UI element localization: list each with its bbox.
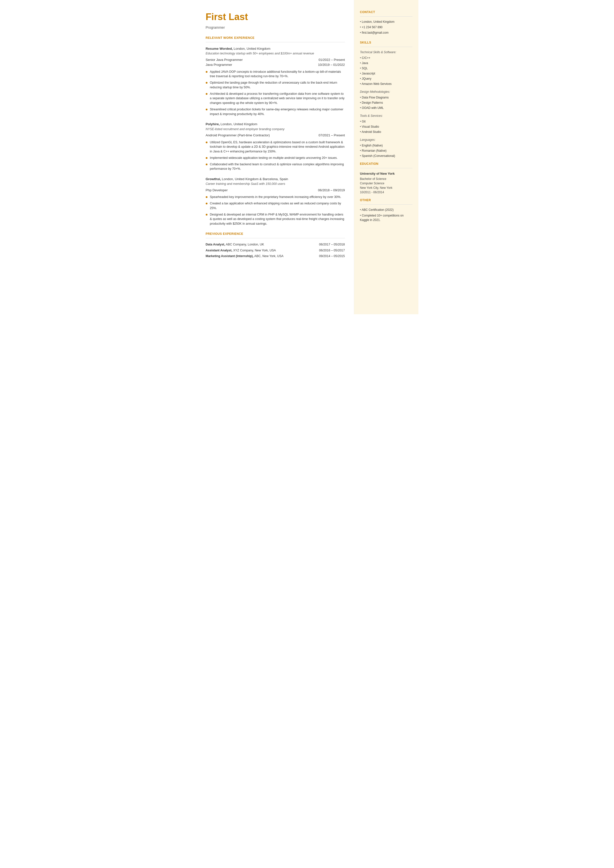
prev-role-1: Data Analyst, ABC Company, London, UK (206, 242, 319, 247)
right-column: CONTACT London, United Kingdom +1 234 56… (354, 0, 419, 314)
contact-item-0: London, United Kingdom (360, 20, 412, 24)
languages-label: Languages: (360, 138, 412, 142)
contact-section: CONTACT London, United Kingdom +1 234 56… (360, 10, 412, 35)
bullet-1-2: Optimized the landing page through the r… (206, 81, 345, 90)
edu-location: New York City, New York (360, 186, 412, 190)
edu-school: University of New York (360, 171, 412, 176)
skill-5: Amazon Web Services (360, 82, 412, 86)
design-0: Data Flow Diagrams (360, 95, 412, 100)
job-row-1b: Java Programmer 10/2019 – 01/2022 (206, 62, 345, 67)
lang-0: English (Native) (360, 143, 412, 148)
bullet-1-3: Architected & developed a process for tr… (206, 92, 345, 106)
job-title-1b: Java Programmer (206, 62, 232, 67)
company-header-1: Resume Worded, London, United Kingdom (206, 46, 345, 51)
job-row-3a: Php Developer 06/2018 – 09/2019 (206, 188, 345, 193)
tools-skills-list: Git Visual Studio Android Studio (360, 119, 412, 134)
job-block-growthsi: Growthsi, London, United Kingdom & Barce… (206, 177, 345, 226)
edu-dates: 10/2011 - 06/2014 (360, 190, 412, 194)
contact-list: London, United Kingdom +1 234 567 890 fi… (360, 20, 412, 35)
education-section: EDUCATION University of New York Bachelo… (360, 161, 412, 194)
job-date-2a: 07/2021 – Present (318, 133, 345, 138)
divider-relevant (206, 42, 345, 42)
prev-role-bold-2: Assistant Analyst, (206, 248, 233, 252)
job-title: Programmer (206, 25, 345, 30)
company-name-3: Growthsi, (206, 177, 221, 181)
bullet-list-1: Applied JAVA OOP concepts to introduce a… (206, 70, 345, 116)
contact-item-2: first.last@gmail.com (360, 30, 412, 35)
other-item-1: Completed 10+ competitions on Kaggle in … (360, 213, 412, 222)
skills-title: SKILLS (360, 40, 412, 45)
prev-row-3: Marketing Assistant (Internship), ABC, N… (206, 254, 345, 259)
skill-2: SQL (360, 66, 412, 70)
bullet-dot (206, 214, 208, 216)
bullet-list-2: Utilized OpenGL ES, hardware acceleratio… (206, 140, 345, 171)
company-location-3: London, United Kingdom & Barcelona, Spai… (222, 177, 288, 181)
lang-2: Spanish (Conversational) (360, 154, 412, 158)
prev-row-1: Data Analyst, ABC Company, London, UK 06… (206, 242, 345, 247)
contact-title: CONTACT (360, 10, 412, 14)
bullet-dot (206, 109, 208, 110)
prev-role-bold-1: Data Analyst, (206, 243, 225, 246)
bullet-2-3: Collaborated with the backend team to co… (206, 162, 345, 171)
lang-1: Romanian (Native) (360, 149, 412, 153)
resume-page: First Last Programmer RELEVANT WORK EXPE… (196, 0, 419, 314)
job-date-3a: 06/2018 – 09/2019 (318, 188, 345, 193)
skill-3: Javascript (360, 71, 412, 76)
job-row-2a: Android Programmer (Part-time Contractor… (206, 133, 345, 138)
relevant-work-title: RELEVANT WORK EXPERIENCE (206, 36, 345, 40)
job-row-1a: Senior Java Programmer 01/2022 – Present (206, 57, 345, 62)
bullet-1-4: Streamlined critical production tickets … (206, 107, 345, 116)
bullet-dot (206, 141, 208, 143)
languages-list: English (Native) Romanian (Native) Spani… (360, 143, 412, 158)
skills-section: SKILLS Technical Skills & Software: C/C+… (360, 40, 412, 158)
previous-work-title: PREVIOUS EXPERIENCE (206, 231, 345, 236)
prev-date-1: 06/2017 – 05/2018 (319, 242, 345, 247)
skill-1: Java (360, 61, 412, 65)
bullet-2-1: Utilized OpenGL ES, hardware acceleratio… (206, 140, 345, 154)
bullet-dot (206, 163, 208, 165)
job-date-1b: 10/2019 – 01/2022 (318, 62, 345, 67)
job-title-3a: Php Developer (206, 188, 228, 193)
edu-block: University of New York Bachelor of Scien… (360, 171, 412, 194)
education-title: EDUCATION (360, 161, 412, 166)
design-1: Design Patterns (360, 101, 412, 105)
bullet-1-1: Applied JAVA OOP concepts to introduce a… (206, 70, 345, 79)
design-2: OOAD with UML (360, 106, 412, 110)
other-divider (360, 204, 412, 205)
tools-label: Tools & Services: (360, 113, 412, 118)
job-title-1a: Senior Java Programmer (206, 57, 243, 62)
company-name-2: Polyhire, (206, 122, 220, 126)
contact-item-1: +1 234 567 890 (360, 25, 412, 30)
edu-degree: Bachelor of Science (360, 177, 412, 181)
other-item-0: ABC Certification (2022) (360, 208, 412, 212)
skill-4: JQuery (360, 76, 412, 81)
job-block-resume-worded: Resume Worded, London, United Kingdom Ed… (206, 46, 345, 116)
bullet-dot (206, 196, 208, 198)
skill-0: C/C++ (360, 56, 412, 60)
prev-role-rest-2: XYZ Company, New York, USA (233, 248, 276, 252)
tool-1: Visual Studio (360, 124, 412, 129)
education-divider (360, 168, 412, 168)
bullet-3-2: Created a tax application which enhanced… (206, 201, 345, 211)
prev-date-3: 09/2014 – 05/2015 (319, 254, 345, 259)
contact-divider (360, 16, 412, 17)
divider-previous (206, 238, 345, 238)
design-label: Design Methodologies: (360, 90, 412, 94)
company-header-3: Growthsi, London, United Kingdom & Barce… (206, 177, 345, 182)
bullet-dot (206, 203, 208, 204)
prev-role-3: Marketing Assistant (Internship), ABC, N… (206, 254, 319, 259)
prev-role-rest-1: ABC Company, London, UK (226, 243, 264, 246)
technical-label: Technical Skills & Software: (360, 50, 412, 54)
name: First Last (206, 10, 345, 24)
other-section: OTHER ABC Certification (2022) Completed… (360, 198, 412, 222)
bullet-3-1: Spearheaded key improvements in the prop… (206, 195, 345, 199)
prev-row-2: Assistant Analyst, XYZ Company, New York… (206, 248, 345, 253)
prev-date-2: 06/2016 – 05/2017 (319, 248, 345, 253)
job-date-1a: 01/2022 – Present (318, 57, 345, 62)
job-block-polyhire: Polyhire, London, United Kingdom NYSE-li… (206, 122, 345, 171)
technical-skills-list: C/C++ Java SQL Javascript JQuery Amazon … (360, 56, 412, 86)
other-title: OTHER (360, 198, 412, 202)
bullet-dot (206, 71, 208, 73)
company-desc-2: NYSE-listed recruitment and employer bra… (206, 127, 345, 132)
company-header-2: Polyhire, London, United Kingdom (206, 122, 345, 127)
